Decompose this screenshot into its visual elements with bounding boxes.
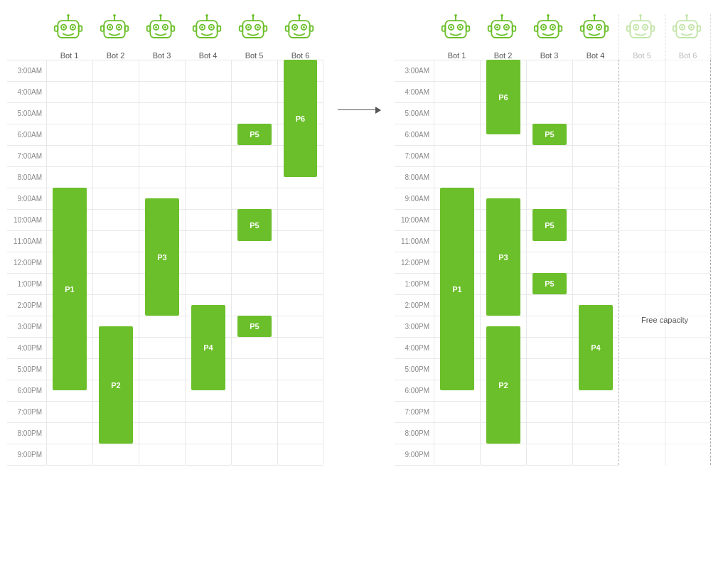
svg-point-82 <box>593 14 596 17</box>
grid-row <box>278 380 323 401</box>
grid-row <box>527 60 572 81</box>
grid-row <box>619 145 665 166</box>
grid-row <box>139 401 185 422</box>
grid-row <box>573 444 619 465</box>
grid-row <box>665 102 710 124</box>
svg-point-73 <box>547 14 550 17</box>
grid-row <box>139 444 185 465</box>
grid-row <box>139 81 185 102</box>
time-slot: 5:00AM <box>395 102 434 124</box>
time-slot: 9:00AM <box>395 188 434 209</box>
grid-row <box>481 166 526 188</box>
grid-row <box>573 188 619 209</box>
grid-row <box>186 166 231 188</box>
grid-row <box>573 60 619 81</box>
grid-row <box>434 444 480 465</box>
svg-point-50 <box>294 26 296 28</box>
after-bot-col-5: Bot 6 <box>665 14 711 60</box>
svg-point-23 <box>155 26 157 28</box>
after-bot-header: Bot 1 Bot 2 Bot 3 <box>395 14 711 60</box>
grid-row <box>47 124 92 145</box>
before-grid-col-4: P5P5P5 <box>231 60 277 465</box>
time-slot: 8:00PM <box>395 422 434 444</box>
bot-name-2: Bot 3 <box>153 51 171 60</box>
svg-rect-61 <box>441 26 445 31</box>
after-bot-name-5: Bot 6 <box>679 51 697 60</box>
time-slot: 6:00AM <box>395 124 434 145</box>
time-slot: 8:00AM <box>7 166 46 188</box>
grid-row <box>278 209 323 230</box>
grid-row <box>665 358 710 380</box>
svg-rect-34 <box>193 26 196 31</box>
time-slot: 11:00AM <box>395 230 434 252</box>
after-chart: Bot 1 Bot 2 Bot 3 <box>395 14 711 466</box>
after-grid: 3:00AM4:00AM5:00AM6:00AM7:00AM8:00AM9:00… <box>395 60 711 466</box>
before-grid-col-2: P3 <box>139 60 185 465</box>
svg-rect-43 <box>239 26 242 31</box>
svg-point-69 <box>505 26 508 28</box>
grid-row <box>93 252 139 273</box>
grid-row <box>434 102 480 124</box>
grid-row <box>278 422 323 444</box>
after-bot-name-4: Bot 5 <box>633 51 651 60</box>
time-slot: 11:00AM <box>7 230 46 252</box>
grid-row <box>139 102 185 124</box>
grid-row <box>47 166 92 188</box>
svg-rect-71 <box>512 26 515 31</box>
time-slot: 2:00PM <box>7 294 46 316</box>
task-bar: P4 <box>579 305 613 390</box>
grid-row <box>278 444 323 465</box>
time-slot: 9:00PM <box>395 444 434 465</box>
svg-point-64 <box>500 14 503 17</box>
svg-point-78 <box>552 26 554 28</box>
svg-point-96 <box>644 26 646 28</box>
task-bar: P3 <box>145 198 179 316</box>
task-bar: P1 <box>440 188 474 390</box>
time-slot: 6:00PM <box>395 380 434 401</box>
grid-row <box>573 273 619 294</box>
free-capacity-label: Free capacity <box>619 316 711 324</box>
grid-row <box>278 294 323 316</box>
grid-row <box>573 209 619 230</box>
before-grid-col-5: P6 <box>277 60 323 465</box>
grid-row <box>434 124 480 145</box>
svg-rect-97 <box>627 26 631 31</box>
svg-rect-79 <box>534 26 537 31</box>
time-slot: 7:00AM <box>395 145 434 166</box>
grid-row <box>47 422 92 444</box>
grid-row <box>619 401 665 422</box>
grid-row <box>232 422 277 444</box>
grid-row <box>47 81 92 102</box>
svg-point-6 <box>72 26 74 28</box>
grid-row <box>278 401 323 422</box>
grid-row <box>139 358 185 380</box>
grid-row <box>186 444 231 465</box>
grid-row <box>186 81 231 102</box>
bot-name-1: Bot 2 <box>107 51 125 60</box>
grid-row <box>434 422 480 444</box>
grid-row <box>434 145 480 166</box>
grid-row <box>665 294 710 316</box>
grid-row <box>93 102 139 124</box>
after-robot-icon-4 <box>625 14 659 48</box>
task-bar: P5 <box>532 124 567 145</box>
grid-row <box>527 401 572 422</box>
grid-row <box>665 209 710 230</box>
svg-point-100 <box>685 14 688 17</box>
grid-row <box>527 337 572 358</box>
grid-row <box>619 380 665 401</box>
grid-row <box>93 188 139 209</box>
grid-row <box>186 124 231 145</box>
grid-row <box>232 358 277 380</box>
grid-row <box>232 273 277 294</box>
grid-row <box>93 145 139 166</box>
grid-row <box>619 444 665 465</box>
bot-col-0: Bot 1 <box>46 14 92 60</box>
optimization-arrow <box>323 14 395 110</box>
svg-point-91 <box>639 14 642 17</box>
before-bot-header: Bot 1 Bot 2 Bot 3 <box>7 14 323 60</box>
before-grid: 3:00AM4:00AM5:00AM6:00AM7:00AM8:00AM9:00… <box>7 60 323 466</box>
grid-row <box>665 252 710 273</box>
grid-row <box>93 60 139 81</box>
grid-row <box>278 252 323 273</box>
